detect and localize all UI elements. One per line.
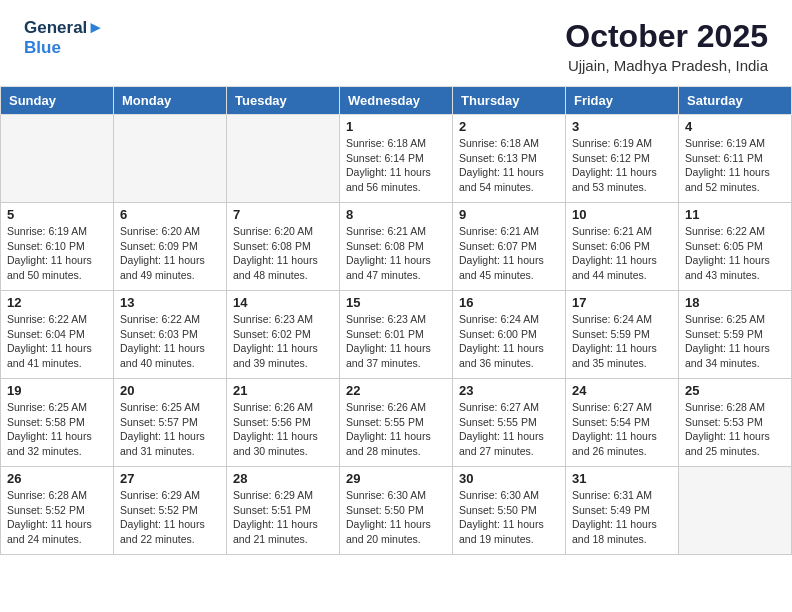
calendar-cell: 6Sunrise: 6:20 AM Sunset: 6:09 PM Daylig… xyxy=(114,203,227,291)
day-number: 13 xyxy=(120,295,220,310)
calendar-cell xyxy=(1,115,114,203)
logo-subtext: Blue xyxy=(24,38,104,58)
calendar-cell: 22Sunrise: 6:26 AM Sunset: 5:55 PM Dayli… xyxy=(340,379,453,467)
day-number: 17 xyxy=(572,295,672,310)
day-info: Sunrise: 6:21 AM Sunset: 6:06 PM Dayligh… xyxy=(572,224,672,283)
day-number: 27 xyxy=(120,471,220,486)
title-block: October 2025 Ujjain, Madhya Pradesh, Ind… xyxy=(565,18,768,74)
day-info: Sunrise: 6:29 AM Sunset: 5:52 PM Dayligh… xyxy=(120,488,220,547)
calendar-cell: 31Sunrise: 6:31 AM Sunset: 5:49 PM Dayli… xyxy=(566,467,679,555)
page-header: General► Blue October 2025 Ujjain, Madhy… xyxy=(0,0,792,78)
month-title: October 2025 xyxy=(565,18,768,55)
calendar-cell: 9Sunrise: 6:21 AM Sunset: 6:07 PM Daylig… xyxy=(453,203,566,291)
day-info: Sunrise: 6:27 AM Sunset: 5:55 PM Dayligh… xyxy=(459,400,559,459)
col-header-thursday: Thursday xyxy=(453,87,566,115)
day-info: Sunrise: 6:18 AM Sunset: 6:14 PM Dayligh… xyxy=(346,136,446,195)
calendar-cell: 19Sunrise: 6:25 AM Sunset: 5:58 PM Dayli… xyxy=(1,379,114,467)
day-info: Sunrise: 6:25 AM Sunset: 5:59 PM Dayligh… xyxy=(685,312,785,371)
day-number: 16 xyxy=(459,295,559,310)
calendar-cell: 13Sunrise: 6:22 AM Sunset: 6:03 PM Dayli… xyxy=(114,291,227,379)
day-info: Sunrise: 6:25 AM Sunset: 5:57 PM Dayligh… xyxy=(120,400,220,459)
logo-text: General► xyxy=(24,18,104,38)
calendar-cell: 30Sunrise: 6:30 AM Sunset: 5:50 PM Dayli… xyxy=(453,467,566,555)
day-info: Sunrise: 6:21 AM Sunset: 6:08 PM Dayligh… xyxy=(346,224,446,283)
day-number: 31 xyxy=(572,471,672,486)
day-number: 19 xyxy=(7,383,107,398)
day-info: Sunrise: 6:22 AM Sunset: 6:04 PM Dayligh… xyxy=(7,312,107,371)
day-number: 9 xyxy=(459,207,559,222)
day-number: 8 xyxy=(346,207,446,222)
calendar-cell: 25Sunrise: 6:28 AM Sunset: 5:53 PM Dayli… xyxy=(679,379,792,467)
col-header-friday: Friday xyxy=(566,87,679,115)
calendar-cell: 4Sunrise: 6:19 AM Sunset: 6:11 PM Daylig… xyxy=(679,115,792,203)
col-header-tuesday: Tuesday xyxy=(227,87,340,115)
col-header-sunday: Sunday xyxy=(1,87,114,115)
calendar-cell: 8Sunrise: 6:21 AM Sunset: 6:08 PM Daylig… xyxy=(340,203,453,291)
calendar-week-row: 12Sunrise: 6:22 AM Sunset: 6:04 PM Dayli… xyxy=(1,291,792,379)
calendar-week-row: 19Sunrise: 6:25 AM Sunset: 5:58 PM Dayli… xyxy=(1,379,792,467)
day-info: Sunrise: 6:28 AM Sunset: 5:52 PM Dayligh… xyxy=(7,488,107,547)
day-number: 29 xyxy=(346,471,446,486)
day-number: 2 xyxy=(459,119,559,134)
day-info: Sunrise: 6:24 AM Sunset: 5:59 PM Dayligh… xyxy=(572,312,672,371)
day-info: Sunrise: 6:31 AM Sunset: 5:49 PM Dayligh… xyxy=(572,488,672,547)
day-number: 21 xyxy=(233,383,333,398)
calendar-cell: 24Sunrise: 6:27 AM Sunset: 5:54 PM Dayli… xyxy=(566,379,679,467)
calendar-cell: 23Sunrise: 6:27 AM Sunset: 5:55 PM Dayli… xyxy=(453,379,566,467)
day-number: 28 xyxy=(233,471,333,486)
day-number: 26 xyxy=(7,471,107,486)
day-info: Sunrise: 6:27 AM Sunset: 5:54 PM Dayligh… xyxy=(572,400,672,459)
day-info: Sunrise: 6:23 AM Sunset: 6:01 PM Dayligh… xyxy=(346,312,446,371)
day-info: Sunrise: 6:26 AM Sunset: 5:55 PM Dayligh… xyxy=(346,400,446,459)
calendar-cell: 18Sunrise: 6:25 AM Sunset: 5:59 PM Dayli… xyxy=(679,291,792,379)
calendar-week-row: 5Sunrise: 6:19 AM Sunset: 6:10 PM Daylig… xyxy=(1,203,792,291)
day-info: Sunrise: 6:28 AM Sunset: 5:53 PM Dayligh… xyxy=(685,400,785,459)
day-number: 3 xyxy=(572,119,672,134)
calendar-cell: 10Sunrise: 6:21 AM Sunset: 6:06 PM Dayli… xyxy=(566,203,679,291)
day-number: 1 xyxy=(346,119,446,134)
day-info: Sunrise: 6:30 AM Sunset: 5:50 PM Dayligh… xyxy=(459,488,559,547)
calendar-cell: 2Sunrise: 6:18 AM Sunset: 6:13 PM Daylig… xyxy=(453,115,566,203)
day-number: 11 xyxy=(685,207,785,222)
day-info: Sunrise: 6:24 AM Sunset: 6:00 PM Dayligh… xyxy=(459,312,559,371)
day-number: 15 xyxy=(346,295,446,310)
day-info: Sunrise: 6:22 AM Sunset: 6:03 PM Dayligh… xyxy=(120,312,220,371)
day-number: 14 xyxy=(233,295,333,310)
calendar-week-row: 26Sunrise: 6:28 AM Sunset: 5:52 PM Dayli… xyxy=(1,467,792,555)
col-header-monday: Monday xyxy=(114,87,227,115)
day-number: 10 xyxy=(572,207,672,222)
calendar-cell: 17Sunrise: 6:24 AM Sunset: 5:59 PM Dayli… xyxy=(566,291,679,379)
calendar-cell xyxy=(114,115,227,203)
day-number: 22 xyxy=(346,383,446,398)
day-info: Sunrise: 6:22 AM Sunset: 6:05 PM Dayligh… xyxy=(685,224,785,283)
calendar-cell: 5Sunrise: 6:19 AM Sunset: 6:10 PM Daylig… xyxy=(1,203,114,291)
day-info: Sunrise: 6:19 AM Sunset: 6:12 PM Dayligh… xyxy=(572,136,672,195)
col-header-saturday: Saturday xyxy=(679,87,792,115)
calendar-cell: 21Sunrise: 6:26 AM Sunset: 5:56 PM Dayli… xyxy=(227,379,340,467)
day-info: Sunrise: 6:21 AM Sunset: 6:07 PM Dayligh… xyxy=(459,224,559,283)
calendar-cell: 7Sunrise: 6:20 AM Sunset: 6:08 PM Daylig… xyxy=(227,203,340,291)
col-header-wednesday: Wednesday xyxy=(340,87,453,115)
calendar-cell: 15Sunrise: 6:23 AM Sunset: 6:01 PM Dayli… xyxy=(340,291,453,379)
calendar-cell: 28Sunrise: 6:29 AM Sunset: 5:51 PM Dayli… xyxy=(227,467,340,555)
day-info: Sunrise: 6:20 AM Sunset: 6:08 PM Dayligh… xyxy=(233,224,333,283)
day-number: 4 xyxy=(685,119,785,134)
day-number: 7 xyxy=(233,207,333,222)
calendar-cell xyxy=(227,115,340,203)
day-number: 30 xyxy=(459,471,559,486)
location: Ujjain, Madhya Pradesh, India xyxy=(565,57,768,74)
calendar-cell: 12Sunrise: 6:22 AM Sunset: 6:04 PM Dayli… xyxy=(1,291,114,379)
day-number: 5 xyxy=(7,207,107,222)
calendar-week-row: 1Sunrise: 6:18 AM Sunset: 6:14 PM Daylig… xyxy=(1,115,792,203)
day-number: 23 xyxy=(459,383,559,398)
day-number: 20 xyxy=(120,383,220,398)
day-info: Sunrise: 6:29 AM Sunset: 5:51 PM Dayligh… xyxy=(233,488,333,547)
day-info: Sunrise: 6:19 AM Sunset: 6:11 PM Dayligh… xyxy=(685,136,785,195)
calendar-cell: 14Sunrise: 6:23 AM Sunset: 6:02 PM Dayli… xyxy=(227,291,340,379)
day-info: Sunrise: 6:23 AM Sunset: 6:02 PM Dayligh… xyxy=(233,312,333,371)
day-number: 6 xyxy=(120,207,220,222)
calendar-cell: 11Sunrise: 6:22 AM Sunset: 6:05 PM Dayli… xyxy=(679,203,792,291)
day-info: Sunrise: 6:25 AM Sunset: 5:58 PM Dayligh… xyxy=(7,400,107,459)
calendar-cell xyxy=(679,467,792,555)
day-number: 25 xyxy=(685,383,785,398)
